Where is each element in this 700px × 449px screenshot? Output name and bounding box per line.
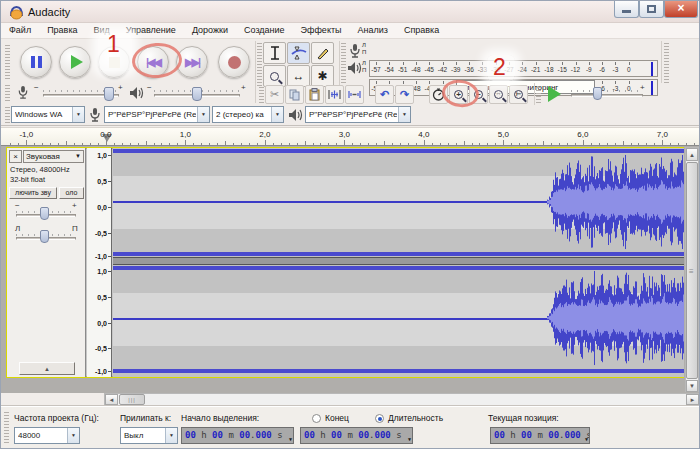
undo-button[interactable]: ↶ (375, 85, 394, 104)
horizontal-scroll-thumb[interactable]: ||| (119, 394, 145, 405)
timeline-label: 5,0 (498, 130, 509, 139)
playback-speed-thumb[interactable] (593, 87, 602, 100)
timeline-ruler[interactable]: -1,00,01,02,03,04,05,06,07,0 (1, 127, 699, 146)
menu-item-Файл[interactable]: Файл (1, 23, 39, 39)
redo-button[interactable]: ↷ (395, 85, 414, 104)
waveform-display[interactable] (113, 148, 684, 377)
timeline-label: 6,0 (577, 130, 588, 139)
copy-button[interactable] (285, 85, 304, 104)
waveform-canvas[interactable] (113, 148, 684, 377)
cut-button[interactable]: ✂ (265, 85, 284, 104)
timeshift-tool-button[interactable]: ↔ (287, 65, 310, 87)
mixer-grip[interactable] (5, 85, 10, 101)
fit-selection-button[interactable]: ↔ (489, 85, 508, 104)
meter-scale-value: -54 (385, 66, 394, 73)
playback-device-select[interactable]: Р"РёРЅР°РјРёРєРё (Re▼ (305, 106, 411, 123)
dropdown-icon: ▼ (72, 107, 84, 122)
envelope-tool-button[interactable] (287, 42, 310, 64)
meter-end-grip[interactable] (664, 43, 669, 83)
input-volume-thumb[interactable] (104, 87, 114, 101)
meter-scale-value: -24 (518, 66, 527, 73)
track-close-button[interactable]: × (9, 150, 22, 163)
silence-button[interactable] (345, 85, 364, 104)
pause-button[interactable] (20, 46, 52, 78)
scroll-down-icon[interactable]: ▼ (686, 380, 698, 392)
edit-grip[interactable] (259, 87, 264, 105)
menu-item-Эффекты[interactable]: Эффекты (293, 23, 350, 39)
minimize-button[interactable] (614, 1, 639, 18)
pan-thumb[interactable] (40, 230, 49, 243)
solo-button[interactable]: оло (59, 187, 84, 199)
meter-grip[interactable] (341, 43, 346, 83)
playback-speed-slider[interactable] (571, 94, 643, 97)
scroll-left-icon[interactable]: ◄ (105, 394, 118, 405)
maximize-button[interactable] (639, 1, 664, 18)
trim-icon (328, 89, 341, 100)
gain-thumb[interactable] (40, 207, 49, 220)
vertical-scroll-thumb[interactable]: ≡ (686, 162, 698, 379)
vertical-scrollbar[interactable]: ▲ ≡ ▼ (685, 147, 699, 392)
tools-grip[interactable] (257, 43, 262, 87)
menu-item-Дорожки[interactable]: Дорожки (184, 23, 236, 39)
amplitude-label: -0,5 (95, 230, 107, 237)
copy-icon (289, 89, 300, 101)
track-name-menu[interactable]: Звуковая ▼ (23, 150, 84, 163)
playback-speed-plus: + (640, 83, 645, 92)
dropdown-icon: ▼ (271, 107, 283, 122)
timeline-label: 0,0 (100, 130, 111, 139)
title-bar[interactable]: Audacity × (1, 1, 699, 23)
play-button[interactable] (59, 46, 91, 78)
output-volume-thumb[interactable] (192, 87, 202, 101)
audio-track: × Звуковая ▼ Стерео, 48000Hz 32-bit floa… (6, 147, 684, 378)
meter-scale-value: -6 (599, 66, 605, 73)
transport-grip[interactable] (5, 45, 10, 79)
output-meter-channels: ЛП (362, 60, 366, 74)
mute-button[interactable]: лючить зву (9, 187, 57, 199)
zoom-tool-button[interactable] (263, 65, 286, 87)
silence-icon (348, 89, 361, 100)
audacity-logo-icon (9, 5, 24, 20)
ibeam-icon (270, 46, 280, 60)
project-rate-label: Частота проекта (Гц): (14, 413, 99, 423)
menu-item-Создание[interactable]: Создание (236, 23, 293, 39)
recording-channels-select[interactable]: 2 (стерео) ка▼ (212, 106, 284, 123)
scroll-right-icon[interactable]: ► (686, 394, 699, 405)
menu-item-Анализ[interactable]: Анализ (350, 23, 396, 39)
play-at-speed-button[interactable] (543, 84, 565, 104)
meter-scale-value: -21 (531, 66, 540, 73)
project-rate-select[interactable]: 48000▼ (14, 427, 80, 444)
selection-length-field[interactable]: 00 h 00 m 00.000 s▼ (300, 427, 413, 444)
menu-item-Справка[interactable]: Справка (396, 23, 447, 39)
record-icon (219, 47, 249, 77)
collapse-track-button[interactable]: ▲ (19, 362, 75, 375)
host-select[interactable]: Windows WA▼ (11, 106, 85, 123)
end-radio[interactable] (312, 414, 321, 423)
transcription-grip[interactable] (536, 87, 541, 103)
scroll-up-icon[interactable]: ▲ (686, 148, 698, 161)
snap-to-select[interactable]: Выкл▼ (120, 427, 178, 444)
fit-project-button[interactable]: ⊢ (509, 85, 528, 104)
recording-device-select[interactable]: Р"РёРЅР°РјРёРєРё (Re▼ (104, 106, 210, 123)
selection-start-field[interactable]: 00 h 00 m 00.000 s▼ (181, 427, 294, 444)
device-grip[interactable] (5, 107, 10, 123)
timeline-label: 2,0 (259, 130, 270, 139)
length-radio-label[interactable]: Длительность (388, 413, 443, 423)
vertical-ruler[interactable]: 1,00,50,0-0,5-1,01,00,50,0-0,5-1,0 (87, 148, 112, 377)
menu-item-Правка[interactable]: Правка (39, 23, 85, 39)
draw-tool-button[interactable] (311, 42, 334, 64)
close-button[interactable]: × (664, 1, 698, 18)
multi-tool-button[interactable]: ✱ (311, 65, 334, 87)
end-radio-label[interactable]: Конец (325, 413, 349, 423)
input-volume-plus: + (118, 83, 123, 92)
meter-scale-value: -3 (613, 66, 619, 73)
length-radio[interactable] (375, 414, 384, 423)
input-volume-minus: − (34, 83, 39, 92)
meter-scale-value: -12 (571, 66, 580, 73)
position-field[interactable]: 00 h 00 m 00.000 s▼ (490, 427, 590, 444)
record-button[interactable] (218, 46, 250, 78)
horizontal-scrollbar[interactable]: ◄ ||| ► (104, 393, 699, 406)
trim-button[interactable] (325, 85, 344, 104)
paste-button[interactable] (305, 85, 324, 104)
selection-grip[interactable] (4, 412, 9, 445)
selection-tool-button[interactable] (263, 42, 286, 64)
